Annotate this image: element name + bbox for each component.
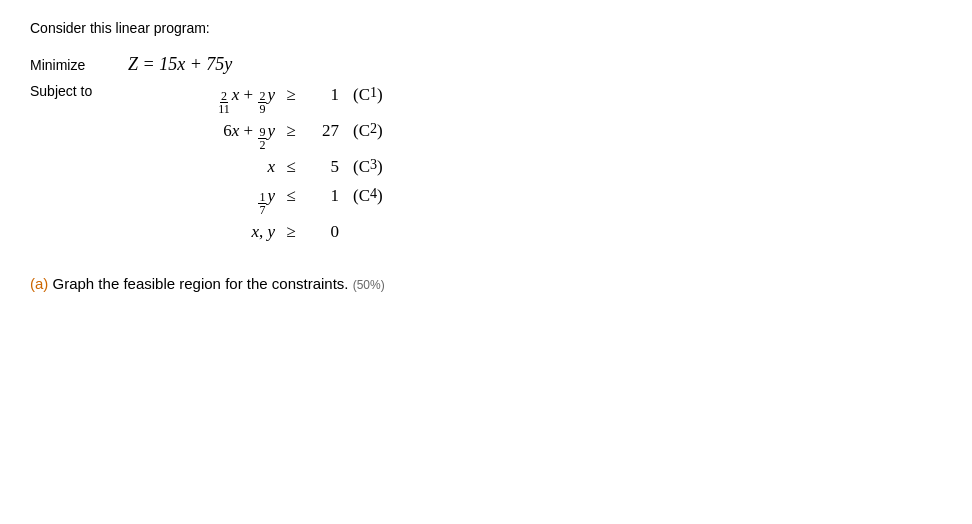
- part-a-label: (a): [30, 275, 48, 292]
- c1-frac2: 2 9: [258, 90, 266, 115]
- c3-op: ≤: [279, 153, 303, 180]
- constraints-section: Subject to 2 11 x + 2 9 y ≥ 1: [30, 81, 942, 245]
- objective-expression: Z = 15x + 75y: [128, 54, 232, 75]
- c4-frac: 1 7: [258, 191, 266, 216]
- lp-block: Minimize Z = 15x + 75y Subject to 2 11 x…: [30, 54, 942, 245]
- c1-frac1: 2 11: [217, 90, 231, 115]
- nonneg-rhs: 0: [307, 218, 339, 245]
- part-a-text: Graph the feasible region for the constr…: [53, 275, 353, 292]
- objective-row: Minimize Z = 15x + 75y: [30, 54, 942, 75]
- c1-op: ≥: [279, 81, 303, 108]
- c2-op: ≥: [279, 117, 303, 144]
- intro-text: Consider this linear program:: [30, 20, 942, 36]
- c2-name: (C2): [353, 117, 413, 144]
- c1-name: (C1): [353, 81, 413, 108]
- c4-rhs: 1: [307, 182, 339, 209]
- constraint-row-c2: 6x + 9 2 y ≥ 27 (C2): [120, 117, 413, 151]
- c4-op: ≤: [279, 182, 303, 209]
- c3-rhs: 5: [307, 153, 339, 180]
- part-a-percent: (50%): [353, 278, 385, 292]
- subject-to-label: Subject to: [30, 81, 120, 99]
- c3-expr: x: [120, 153, 275, 180]
- c4-name: (C4): [353, 182, 413, 209]
- constraint-row-nonneg: x, y ≥ 0: [120, 218, 413, 245]
- c2-frac: 9 2: [258, 126, 266, 151]
- c1-expr: 2 11 x + 2 9 y: [120, 81, 275, 115]
- c2-expr: 6x + 9 2 y: [120, 117, 275, 151]
- c2-rhs: 27: [307, 117, 339, 144]
- nonneg-expr: x, y: [120, 218, 275, 245]
- c1-rhs: 1: [307, 81, 339, 108]
- part-a-block: (a) Graph the feasible region for the co…: [30, 275, 942, 292]
- nonneg-op: ≥: [279, 218, 303, 245]
- constraint-row-c4: 1 7 y ≤ 1 (C4): [120, 182, 413, 216]
- c4-expr: 1 7 y: [120, 182, 275, 216]
- minimize-label: Minimize: [30, 57, 120, 73]
- constraints-block: 2 11 x + 2 9 y ≥ 1 (C1) 6x +: [120, 81, 413, 245]
- constraint-row-c1: 2 11 x + 2 9 y ≥ 1 (C1): [120, 81, 413, 115]
- c3-name: (C3): [353, 153, 413, 180]
- constraint-row-c3: x ≤ 5 (C3): [120, 153, 413, 180]
